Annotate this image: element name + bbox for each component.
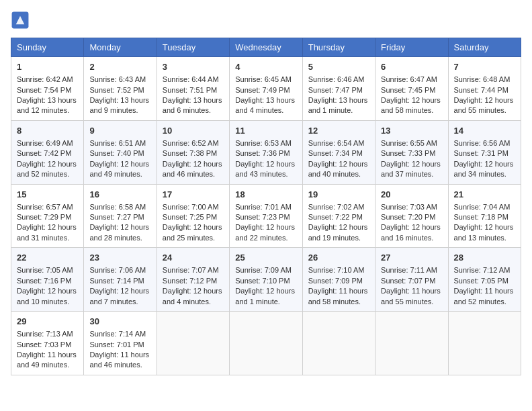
cell-info-line: Sunset: 7:31 PM [454,148,515,158]
cell-info-line: and 28 minutes. [89,233,150,243]
day-number: 19 [308,189,369,201]
cell-info-line: Daylight: 11 hours [89,350,150,360]
cell-info-line: Sunrise: 6:46 AM [308,75,369,85]
cell-info-line: Sunset: 7:40 PM [89,148,150,158]
cell-info-line: and 34 minutes. [454,169,515,179]
cell-info-line: and 7 minutes. [89,297,150,307]
cell-info-line: Sunrise: 6:52 AM [163,138,224,148]
calendar-cell: 9Sunrise: 6:51 AMSunset: 7:40 PMDaylight… [84,120,157,184]
cell-info-line: and 25 minutes. [163,233,224,243]
cell-info-line: Sunrise: 7:10 AM [308,265,369,275]
cell-info-line: Sunrise: 7:09 AM [235,265,296,275]
day-number: 27 [381,252,442,264]
cell-info-line: and 55 minutes. [454,105,515,116]
cell-info-line: Daylight: 12 hours [163,222,224,232]
cell-info-line: Sunset: 7:10 PM [235,276,296,286]
calendar-cell: 8Sunrise: 6:49 AMSunset: 7:42 PMDaylight… [11,120,84,184]
calendar-cell [157,312,229,375]
cell-info-line: Sunset: 7:09 PM [308,276,369,286]
cell-info-line: Daylight: 11 hours [381,286,442,296]
cell-info-line: Sunrise: 7:14 AM [89,329,150,339]
column-header-saturday: Saturday [448,38,521,57]
day-number: 28 [454,252,515,264]
cell-info-line: Sunset: 7:12 PM [163,276,224,286]
column-header-thursday: Thursday [302,38,375,57]
calendar-cell: 28Sunrise: 7:12 AMSunset: 7:05 PMDayligh… [448,248,521,312]
calendar-cell: 29Sunrise: 7:13 AMSunset: 7:03 PMDayligh… [11,312,84,375]
cell-info-line: Sunrise: 6:47 AM [381,75,442,85]
cell-info-line: Sunset: 7:22 PM [308,212,369,222]
day-number: 12 [308,125,369,137]
cell-info-line: Daylight: 12 hours [89,286,150,296]
cell-info-line: Daylight: 12 hours [89,159,150,169]
cell-info-line: and 9 minutes. [89,105,150,116]
cell-info-line: Sunrise: 6:58 AM [89,202,150,212]
cell-info-line: Sunrise: 6:55 AM [381,138,442,148]
cell-info-line: Daylight: 12 hours [235,159,296,169]
cell-info-line: and 52 minutes. [454,297,515,307]
cell-info-line: Sunset: 7:20 PM [381,212,442,222]
calendar-cell: 14Sunrise: 6:56 AMSunset: 7:31 PMDayligh… [448,120,521,184]
cell-info-line: and 46 minutes. [89,360,150,370]
cell-info-line: Daylight: 13 hours [17,95,78,105]
day-number: 17 [163,189,224,201]
cell-info-line: Daylight: 12 hours [17,159,78,169]
cell-info-line: Daylight: 11 hours [454,286,515,296]
cell-info-line: Sunrise: 7:07 AM [163,265,224,275]
cell-info-line: Sunset: 7:34 PM [308,148,369,158]
cell-info-line: Daylight: 13 hours [235,95,296,105]
cell-info-line: and 58 minutes. [381,105,442,116]
cell-info-line: Daylight: 12 hours [235,286,296,296]
cell-info-line: Sunrise: 6:42 AM [17,75,78,85]
calendar-week-row: 1Sunrise: 6:42 AMSunset: 7:54 PMDaylight… [11,57,521,121]
cell-info-line: and 49 minutes. [89,169,150,179]
cell-info-line: Sunrise: 7:13 AM [17,329,78,339]
calendar-cell: 5Sunrise: 6:46 AMSunset: 7:47 PMDaylight… [302,57,375,121]
calendar-cell: 11Sunrise: 6:53 AMSunset: 7:36 PMDayligh… [230,120,302,184]
day-number: 30 [89,316,150,328]
day-number: 6 [381,61,442,73]
cell-info-line: Sunset: 7:47 PM [308,85,369,95]
cell-info-line: and 40 minutes. [308,169,369,179]
cell-info-line: and 4 minutes. [163,297,224,307]
cell-info-line: Daylight: 12 hours [381,95,442,105]
cell-info-line: Sunset: 7:25 PM [163,212,224,222]
day-number: 1 [17,61,78,73]
day-number: 2 [89,61,150,73]
day-number: 22 [17,252,78,264]
cell-info-line: and 10 minutes. [17,297,78,307]
cell-info-line: Daylight: 13 hours [163,95,224,105]
cell-info-line: Daylight: 12 hours [89,222,150,232]
day-number: 10 [163,125,224,137]
cell-info-line: Sunrise: 6:51 AM [89,138,150,148]
calendar-cell: 7Sunrise: 6:48 AMSunset: 7:44 PMDaylight… [448,57,521,121]
cell-info-line: and 16 minutes. [381,233,442,243]
calendar-cell: 19Sunrise: 7:02 AMSunset: 7:22 PMDayligh… [302,184,375,248]
cell-info-line: Sunrise: 7:01 AM [235,202,296,212]
cell-info-line: Sunrise: 6:49 AM [17,138,78,148]
calendar-cell: 3Sunrise: 6:44 AMSunset: 7:51 PMDaylight… [157,57,229,121]
column-header-tuesday: Tuesday [157,38,229,57]
cell-info-line: and 22 minutes. [235,233,296,243]
cell-info-line: and 49 minutes. [17,360,78,370]
cell-info-line: Sunrise: 7:04 AM [454,202,515,212]
day-number: 4 [235,61,296,73]
cell-info-line: Sunrise: 7:12 AM [454,265,515,275]
cell-info-line: Sunset: 7:05 PM [454,276,515,286]
cell-info-line: Daylight: 12 hours [381,159,442,169]
cell-info-line: and 52 minutes. [17,169,78,179]
calendar-table: SundayMondayTuesdayWednesdayThursdayFrid… [11,38,521,375]
cell-info-line: Sunset: 7:51 PM [163,85,224,95]
cell-info-line: Daylight: 13 hours [308,95,369,105]
cell-info-line: Daylight: 12 hours [454,95,515,105]
cell-info-line: Daylight: 12 hours [17,222,78,232]
column-header-sunday: Sunday [11,38,84,57]
cell-info-line: Sunset: 7:03 PM [17,340,78,350]
day-number: 23 [89,252,150,264]
calendar-cell: 21Sunrise: 7:04 AMSunset: 7:18 PMDayligh… [448,184,521,248]
cell-info-line: Sunrise: 7:00 AM [163,202,224,212]
calendar-cell: 17Sunrise: 7:00 AMSunset: 7:25 PMDayligh… [157,184,229,248]
calendar-cell: 27Sunrise: 7:11 AMSunset: 7:07 PMDayligh… [375,248,448,312]
cell-info-line: and 1 minute. [308,105,369,116]
cell-info-line: Sunset: 7:54 PM [17,85,78,95]
